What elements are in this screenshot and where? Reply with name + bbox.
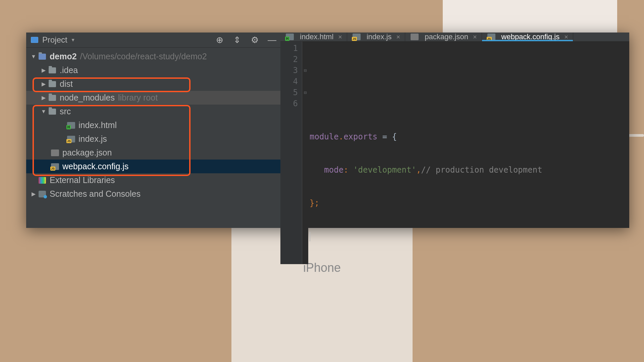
html-file-icon	[66, 122, 76, 129]
json-file-icon	[50, 149, 60, 156]
editor-fold-gutter: ⊟⊟	[302, 42, 308, 264]
tree-label: index.html	[78, 120, 117, 130]
tab-webpack-config[interactable]: webpack.config.js ×	[482, 33, 573, 41]
tree-label: dist	[60, 79, 73, 89]
chevron-right-icon[interactable]: ▶	[40, 95, 48, 101]
tab-index-html[interactable]: index.html ×	[280, 33, 347, 41]
tree-root[interactable]: ▼ demo2 /Volumes/code/react-study/demo2	[26, 50, 280, 63]
chevron-down-icon[interactable]: ▼	[40, 109, 48, 115]
line-number: 2	[280, 54, 298, 65]
project-panel-title[interactable]: Project	[42, 35, 67, 45]
code-token: module	[310, 132, 339, 141]
tree-root-path: /Volumes/code/react-study/demo2	[80, 52, 207, 61]
tree-folder-dist[interactable]: ▶ dist	[26, 77, 280, 91]
code-token: 'development'	[353, 165, 416, 175]
tree-label: Scratches and Consoles	[50, 189, 141, 199]
collapse-icon[interactable]: ⇕	[233, 36, 241, 44]
line-number: 4	[280, 76, 298, 87]
line-number: 6	[280, 98, 298, 109]
tree-label: node_modules	[60, 93, 115, 103]
scratch-icon	[38, 191, 47, 197]
project-panel: Project ▼ ⊕ ⇕ ⚙ — ▼ demo2 /Volumes/code/…	[26, 33, 280, 228]
code-token: = {	[377, 132, 397, 141]
editor-cursor	[310, 232, 310, 241]
editor-body[interactable]: 1 2 3 4 5 6 ⊟⊟ module.exports = { mode: …	[280, 42, 629, 264]
close-icon[interactable]: ×	[564, 33, 568, 41]
code-comment: // production development	[421, 165, 542, 175]
tree-folder-node-modules[interactable]: ▶ node_modules library root	[26, 91, 280, 105]
project-view-icon[interactable]	[30, 36, 39, 44]
locate-icon[interactable]: ⊕	[215, 36, 224, 44]
close-icon[interactable]: ×	[396, 33, 400, 41]
library-icon	[38, 177, 47, 184]
tab-label: webpack.config.js	[501, 33, 560, 41]
project-panel-header: Project ▼ ⊕ ⇕ ⚙ —	[26, 33, 280, 48]
js-file-icon	[487, 34, 496, 40]
json-file-icon	[410, 34, 419, 40]
close-icon[interactable]: ×	[338, 33, 342, 41]
minimize-icon[interactable]: —	[268, 36, 276, 44]
folder-icon	[48, 109, 57, 115]
fold-open-icon[interactable]: ⊟	[302, 65, 308, 76]
code-token: exports	[343, 132, 377, 141]
chevron-right-icon[interactable]: ▶	[40, 67, 48, 73]
folder-icon	[48, 95, 57, 101]
fold-close-icon[interactable]: ⊟	[302, 87, 308, 98]
tree-file-webpack-config[interactable]: webpack.config.js	[26, 160, 280, 173]
code-token: mode	[324, 165, 343, 175]
folder-icon	[38, 54, 47, 60]
js-file-icon	[50, 163, 60, 170]
tab-label: index.html	[300, 33, 333, 41]
tree-label: index.js	[78, 134, 107, 144]
tree-file-index-html[interactable]: index.html	[26, 118, 280, 132]
line-number: 5	[280, 87, 298, 98]
tree-external-libraries[interactable]: External Libraries	[26, 173, 280, 187]
ide-window: Project ▼ ⊕ ⇕ ⚙ — ▼ demo2 /Volumes/code/…	[26, 33, 629, 228]
code-token: };	[310, 198, 319, 208]
tree-hint: library root	[118, 93, 158, 103]
gear-icon[interactable]: ⚙	[250, 36, 259, 44]
html-file-icon	[285, 34, 294, 40]
tree-label: src	[60, 107, 71, 116]
project-tree: ▼ demo2 /Volumes/code/react-study/demo2 …	[26, 48, 280, 228]
editor-gutter: 1 2 3 4 5 6	[280, 42, 302, 264]
chevron-down-icon[interactable]: ▼	[30, 54, 38, 60]
tree-root-label: demo2	[50, 52, 77, 61]
tab-label: index.js	[367, 33, 392, 41]
tree-label: .idea	[60, 65, 78, 75]
tree-file-package-json[interactable]: package.json	[26, 146, 280, 160]
tree-label: webpack.config.js	[62, 162, 128, 171]
editor-panel: index.html × index.js × package.json × w…	[280, 33, 629, 228]
tree-folder-idea[interactable]: ▶ .idea	[26, 63, 280, 77]
js-file-icon	[66, 136, 76, 142]
editor-tab-bar: index.html × index.js × package.json × w…	[280, 33, 629, 42]
chevron-right-icon[interactable]: ▶	[30, 191, 38, 197]
tree-label: package.json	[62, 148, 112, 158]
tab-index-js[interactable]: index.js ×	[347, 33, 405, 41]
folder-icon	[48, 81, 57, 87]
chevron-down-icon[interactable]: ▼	[71, 37, 75, 43]
close-icon[interactable]: ×	[473, 33, 477, 41]
folder-icon	[48, 67, 57, 73]
line-number: 1	[280, 43, 298, 54]
tree-file-index-js[interactable]: index.js	[26, 132, 280, 146]
tree-label: External Libraries	[50, 175, 115, 185]
tree-folder-src[interactable]: ▼ src	[26, 105, 280, 118]
tab-package-json[interactable]: package.json ×	[405, 33, 482, 41]
editor-code[interactable]: module.exports = { mode: 'development',/…	[308, 42, 629, 264]
line-number: 3	[280, 65, 298, 76]
tree-scratches[interactable]: ▶ Scratches and Consoles	[26, 187, 280, 201]
chevron-right-icon[interactable]: ▶	[40, 81, 48, 87]
js-file-icon	[352, 34, 361, 40]
tab-label: package.json	[425, 33, 468, 41]
